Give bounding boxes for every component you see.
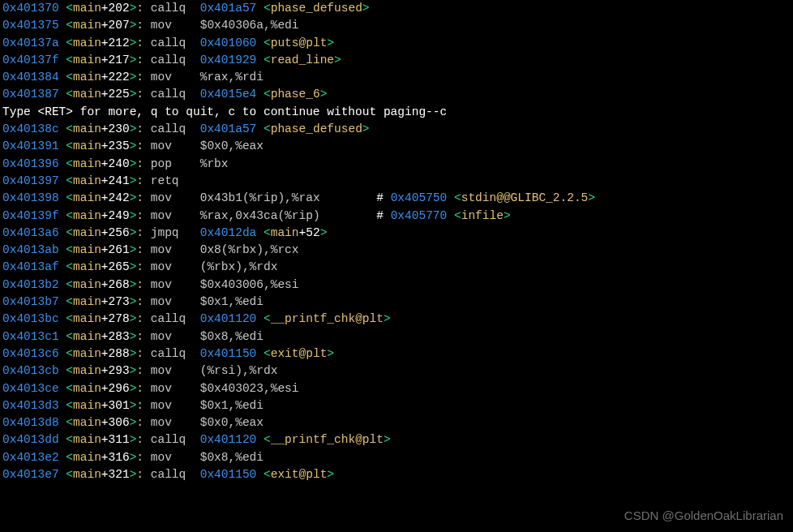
instruction-address: 0x4013c1 — [2, 330, 59, 343]
target-symbol: exit@plt — [271, 347, 328, 360]
instruction-address: 0x40137a — [2, 36, 59, 49]
operands: $0x8,%edi — [200, 330, 264, 343]
instruction-address: 0x401384 — [2, 71, 59, 84]
disassembly-line: 0x401375 <main+207>: mov $0x40306a,%edi — [2, 17, 791, 34]
target-address: 0x401150 — [200, 468, 257, 481]
disassembly-line: 0x4013ab <main+261>: mov 0x8(%rbx),%rcx — [2, 242, 791, 259]
instruction-offset: 241 — [109, 174, 130, 187]
target-symbol: phase_defused — [271, 122, 362, 135]
mnemonic: pop — [151, 157, 172, 170]
target-address: 0x401120 — [200, 312, 257, 325]
disassembly-line: 0x4013d3 <main+301>: mov $0x1,%edi — [2, 397, 791, 414]
function-name: main — [73, 19, 101, 32]
function-name: main — [73, 243, 101, 256]
instruction-address: 0x4013d3 — [2, 399, 59, 412]
disassembly-line: 0x4013dd <main+311>: callq 0x401120 <__p… — [2, 431, 791, 448]
function-name: main — [73, 399, 101, 412]
instruction-offset: 301 — [109, 399, 130, 412]
mnemonic: mov — [151, 364, 172, 377]
instruction-offset: 306 — [109, 416, 130, 429]
function-name: main — [73, 295, 101, 308]
function-name: main — [73, 191, 101, 204]
mnemonic: mov — [151, 191, 172, 204]
mnemonic: mov — [151, 71, 172, 84]
disassembly-line: 0x4013cb <main+293>: mov (%rsi),%rdx — [2, 363, 791, 380]
instruction-offset: 256 — [109, 226, 130, 239]
instruction-offset: 321 — [109, 468, 130, 481]
mnemonic: jmpq — [151, 226, 179, 239]
instruction-offset: 225 — [109, 88, 130, 101]
instruction-address: 0x4013a6 — [2, 226, 59, 239]
instruction-address: 0x401370 — [2, 2, 59, 15]
disassembly-line: 0x4013bc <main+278>: callq 0x401120 <__p… — [2, 311, 791, 328]
disassembly-line: 0x4013a6 <main+256>: jmpq 0x4012da <main… — [2, 225, 791, 242]
instruction-offset: 230 — [109, 122, 130, 135]
mnemonic: mov — [151, 278, 172, 291]
instruction-address: 0x4013cb — [2, 364, 59, 377]
instruction-offset: 242 — [109, 191, 130, 204]
instruction-address: 0x401396 — [2, 157, 59, 170]
function-name: main — [73, 330, 101, 343]
operands: $0x0,%eax — [200, 139, 264, 152]
mnemonic: mov — [151, 243, 172, 256]
instruction-address: 0x40139f — [2, 209, 59, 222]
disassembly-line: 0x4013af <main+265>: mov (%rbx),%rdx — [2, 259, 791, 276]
mnemonic: callq — [151, 122, 186, 135]
operands: $0x403006,%esi — [200, 278, 299, 291]
target-address: 0x401120 — [200, 433, 257, 446]
mnemonic: mov — [151, 19, 172, 32]
gdb-disassembly-output: 0x401370 <main+202>: callq 0x401a57 <pha… — [0, 0, 793, 483]
instruction-address: 0x4013ab — [2, 243, 59, 256]
instruction-address: 0x40137f — [2, 54, 59, 66]
function-name: main — [73, 312, 101, 325]
function-name: main — [73, 139, 101, 152]
function-name: main — [73, 2, 101, 15]
function-name: main — [73, 36, 101, 49]
operands: $0x1,%edi — [200, 399, 264, 412]
instruction-address: 0x4013ce — [2, 382, 59, 395]
comment-symbol: stdin@@GLIBC_2.2.5 — [461, 191, 589, 204]
mnemonic: mov — [151, 139, 172, 152]
target-symbol: phase_defused — [271, 2, 362, 15]
disassembly-line: 0x401384 <main+222>: mov %rax,%rdi — [2, 69, 791, 86]
function-name: main — [73, 278, 101, 291]
mnemonic: mov — [151, 382, 172, 395]
mnemonic: callq — [151, 2, 186, 15]
mnemonic: mov — [151, 451, 172, 464]
operands: $0x403023,%esi — [200, 382, 299, 395]
instruction-offset: 212 — [109, 36, 130, 49]
instruction-address: 0x4013af — [2, 260, 59, 273]
operands: 0x8(%rbx),%rcx — [200, 243, 299, 256]
mnemonic: callq — [151, 36, 186, 49]
target-address: 0x401929 — [200, 54, 257, 66]
mnemonic: callq — [151, 433, 186, 446]
instruction-address: 0x401387 — [2, 88, 59, 101]
mnemonic: mov — [151, 260, 172, 273]
instruction-offset: 222 — [109, 71, 130, 84]
instruction-offset: 288 — [109, 347, 130, 360]
operands: (%rbx),%rdx — [200, 260, 278, 273]
operands: %rax,0x43ca(%rip) — [200, 209, 320, 222]
disassembly-line: 0x40137f <main+217>: callq 0x401929 <rea… — [2, 52, 791, 69]
instruction-address: 0x401398 — [2, 191, 59, 204]
instruction-address: 0x4013d8 — [2, 416, 59, 429]
instruction-address: 0x401375 — [2, 19, 59, 32]
function-name: main — [73, 433, 101, 446]
function-name: main — [73, 416, 101, 429]
operands: (%rsi),%rdx — [200, 364, 278, 377]
target-address: 0x401a57 — [200, 2, 257, 15]
mnemonic: callq — [151, 88, 186, 101]
function-name: main — [73, 71, 101, 84]
target-symbol: read_line — [271, 54, 334, 66]
disassembly-line: 0x40137a <main+212>: callq 0x401060 <put… — [2, 35, 791, 52]
comment-symbol: infile — [461, 209, 504, 222]
disassembly-line: 0x401391 <main+235>: mov $0x0,%eax — [2, 138, 791, 155]
instruction-offset: 207 — [109, 19, 130, 32]
instruction-offset: 273 — [109, 295, 130, 308]
disassembly-line: 0x401398 <main+242>: mov 0x43b1(%rip),%r… — [2, 190, 791, 207]
function-name: main — [73, 209, 101, 222]
function-name: main — [73, 260, 101, 273]
instruction-offset: 316 — [109, 451, 130, 464]
instruction-address: 0x401397 — [2, 174, 59, 187]
function-name: main — [73, 382, 101, 395]
